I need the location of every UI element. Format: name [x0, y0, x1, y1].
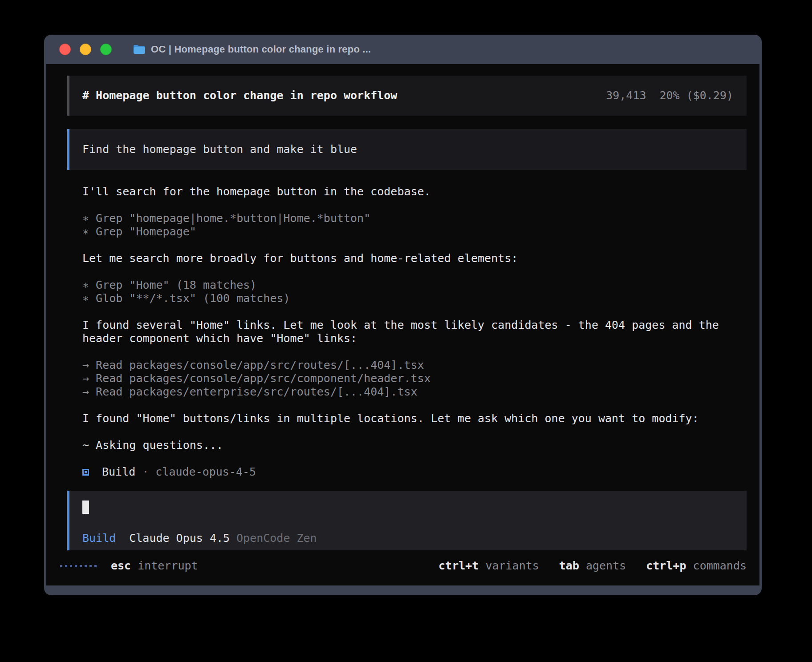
terminal-content[interactable]: # Homepage button color change in repo w… [46, 64, 759, 585]
assistant-text-line: I found "Home" buttons/links in multiple… [82, 412, 742, 425]
traffic-lights [59, 44, 112, 55]
spinner-dot [75, 565, 77, 567]
terminal-window: OC | Homepage button color change in rep… [44, 35, 762, 595]
assistant-text-group: I found several "Home" links. Let me loo… [82, 319, 742, 345]
agent-status-row: Build · claude-opus-4-5 [82, 465, 759, 479]
folder-icon [133, 44, 146, 54]
tool-call-line: ∗ Grep "Home" (18 matches) [82, 279, 742, 292]
assistant-text-line: ~ Asking questions... [82, 439, 742, 452]
assistant-text-group: I'll search for the homepage button in t… [82, 185, 742, 198]
agent-name: Build [102, 465, 135, 479]
close-button[interactable] [59, 44, 71, 55]
spinner-dot [85, 565, 87, 567]
statusbar-right: ctrl+tvariantstabagentsctrl+pcommands [438, 559, 747, 573]
tool-call-group: → Read packages/console/app/src/routes/[… [82, 359, 742, 399]
titlebar[interactable]: OC | Homepage button color change in rep… [44, 35, 762, 64]
user-message: Find the homepage button and make it blu… [67, 129, 747, 170]
agent-build-icon [82, 469, 89, 476]
input-footer: Build Claude Opus 4.5 OpenCode Zen [82, 532, 733, 545]
label-variants: variants [485, 559, 539, 573]
mode-badge[interactable]: Build [82, 532, 116, 545]
tool-call-line: → Read packages/console/app/src/componen… [82, 372, 742, 385]
minimize-button[interactable] [80, 44, 91, 55]
key-ctrl+p: ctrl+p [646, 559, 686, 573]
assistant-text-line: I'll search for the homepage button in t… [82, 185, 742, 198]
hint-variants: ctrl+tvariants [438, 559, 539, 573]
spinner-dots [60, 565, 97, 567]
transcript[interactable]: I'll search for the homepage button in t… [82, 185, 742, 452]
agent-model: claude-opus-4-5 [155, 465, 256, 479]
assistant-text-group: I found "Home" buttons/links in multiple… [82, 412, 742, 425]
session-header: # Homepage button color change in repo w… [67, 76, 747, 116]
spinner-dot [65, 565, 67, 567]
context-percent: 20% [659, 89, 679, 102]
tool-call-group: ∗ Grep "Home" (18 matches)∗ Glob "**/*.t… [82, 279, 742, 305]
spinner-dot [80, 565, 82, 567]
tool-call-line: → Read packages/enterprise/src/routes/[.… [82, 385, 742, 399]
assistant-text-line: I found several "Home" links. Let me loo… [82, 319, 742, 332]
title-group: OC | Homepage button color change in rep… [133, 44, 371, 55]
key-esc: esc [111, 559, 131, 573]
session-title: # Homepage button color change in repo w… [82, 89, 397, 102]
hint-interrupt: esc interrupt [111, 559, 198, 573]
assistant-text-line: Let me search more broadly for buttons a… [82, 252, 742, 265]
assistant-text-group: ~ Asking questions... [82, 439, 742, 452]
session-stats: 39,413 20% ($0.29) [606, 89, 733, 102]
tool-call-line: → Read packages/console/app/src/routes/[… [82, 359, 742, 372]
separator-dot: · [142, 465, 149, 479]
key-tab: tab [559, 559, 579, 573]
label-agents: agents [586, 559, 626, 573]
spinner-dot [60, 565, 62, 567]
spinner-dot [70, 565, 72, 567]
token-count: 39,413 [606, 89, 646, 102]
tool-call-line: ∗ Grep "Homepage" [82, 225, 742, 238]
statusbar: esc interrupt ctrl+tvariantstabagentsctr… [60, 559, 747, 573]
assistant-text-line: header component which have "Home" links… [82, 332, 742, 345]
user-message-text: Find the homepage button and make it blu… [82, 143, 357, 156]
input-line[interactable] [82, 501, 733, 514]
zoom-button[interactable] [100, 44, 112, 55]
label-interrupt: interrupt [138, 559, 198, 573]
spinner-dot [89, 565, 92, 567]
tool-call-group: ∗ Grep "homepage|home.*button|Home.*butt… [82, 212, 742, 238]
provider-name: OpenCode Zen [236, 532, 317, 545]
hint-agents: tabagents [559, 559, 626, 573]
key-ctrl+t: ctrl+t [438, 559, 479, 573]
spinner-dot [94, 565, 97, 567]
prompt-input[interactable]: Build Claude Opus 4.5 OpenCode Zen [67, 491, 747, 550]
tool-call-line: ∗ Grep "homepage|home.*button|Home.*butt… [82, 212, 742, 225]
label-commands: commands [693, 559, 747, 573]
assistant-text-group: Let me search more broadly for buttons a… [82, 252, 742, 265]
hint-commands: ctrl+pcommands [646, 559, 747, 573]
model-name[interactable]: Claude Opus 4.5 [129, 532, 230, 545]
window-title: OC | Homepage button color change in rep… [151, 44, 371, 55]
text-cursor [82, 501, 89, 514]
tool-call-line: ∗ Glob "**/*.tsx" (100 matches) [82, 292, 742, 305]
session-cost: ($0.29) [686, 89, 733, 102]
